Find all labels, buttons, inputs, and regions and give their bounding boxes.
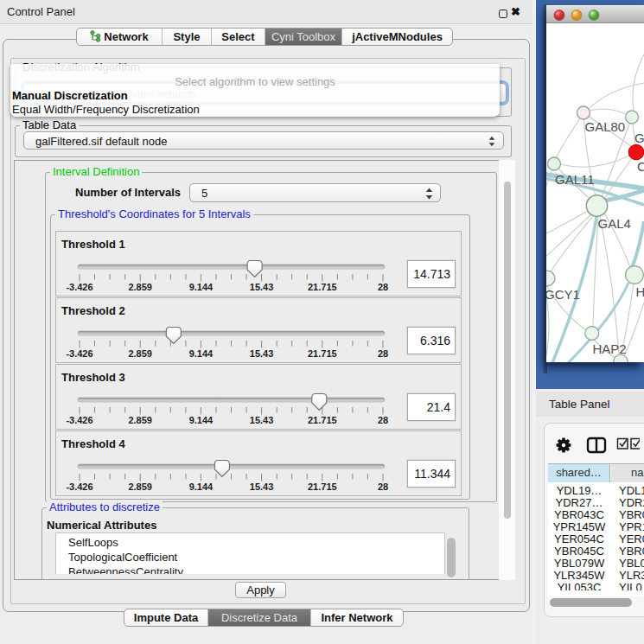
svg-text:GAL4: GAL4 <box>598 216 631 231</box>
svg-text:21.715: 21.715 <box>308 415 337 425</box>
svg-text:GAL11: GAL11 <box>555 172 595 187</box>
svg-text:2.859: 2.859 <box>128 282 152 292</box>
svg-text:15.43: 15.43 <box>250 348 274 359</box>
svg-text:9.144: 9.144 <box>189 481 214 492</box>
svg-text:G: G <box>634 131 644 145</box>
svg-text:GAL80: GAL80 <box>585 119 626 134</box>
svg-text:-3.426: -3.426 <box>66 282 92 292</box>
svg-text:GCY1: GCY1 <box>546 287 580 302</box>
svg-text:2.859: 2.859 <box>128 415 152 425</box>
svg-text:-3.426: -3.426 <box>66 415 92 425</box>
svg-text:28: 28 <box>378 481 388 492</box>
svg-text:2.859: 2.859 <box>128 348 152 359</box>
svg-text:9.144: 9.144 <box>189 282 214 292</box>
svg-text:28: 28 <box>378 348 388 359</box>
svg-text:9.144: 9.144 <box>189 415 214 425</box>
svg-text:15.43: 15.43 <box>250 481 274 492</box>
svg-text:HAP2: HAP2 <box>593 341 627 356</box>
svg-text:21.715: 21.715 <box>308 481 337 492</box>
svg-text:-3.426: -3.426 <box>66 348 92 359</box>
svg-text:21.715: 21.715 <box>308 348 337 359</box>
svg-text:15.43: 15.43 <box>250 282 274 292</box>
svg-text:9.144: 9.144 <box>189 348 214 359</box>
svg-text:H: H <box>636 284 644 299</box>
svg-text:-3.426: -3.426 <box>66 481 92 492</box>
svg-text:C: C <box>637 159 644 174</box>
svg-text:21.715: 21.715 <box>308 282 337 292</box>
svg-text:15.43: 15.43 <box>250 415 274 425</box>
svg-text:28: 28 <box>378 282 388 292</box>
svg-text:2.859: 2.859 <box>128 481 152 492</box>
svg-text:28: 28 <box>378 415 388 425</box>
